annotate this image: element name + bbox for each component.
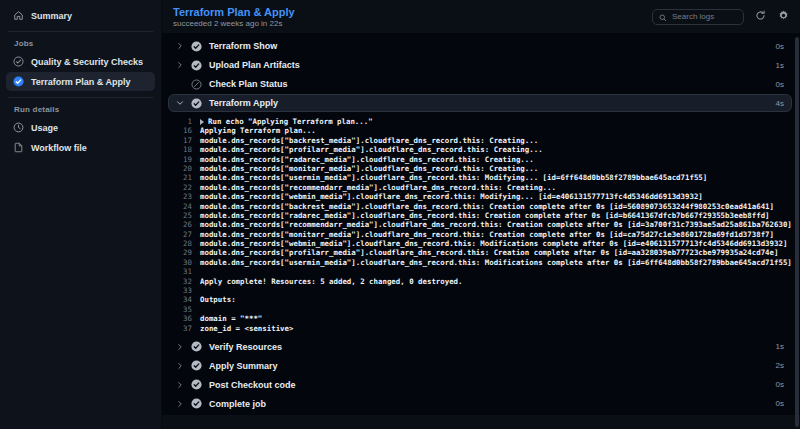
log-line: 23module.dns_records["webmin_media"].clo… [174,192,800,201]
scrollbar[interactable] [795,37,799,427]
step-terraform-show[interactable]: Terraform Show0s [168,37,792,55]
log-line-number[interactable]: 16 [174,126,192,135]
log-line-number[interactable]: 31 [174,267,192,276]
log-line-text: module.dns_records["recommendarr_media"]… [200,183,556,192]
clock-icon [13,122,24,133]
step-upload-plan-artifacts[interactable]: Upload Plan Artifacts1s [168,56,792,74]
log-line: 31 [174,267,800,276]
log-line-number[interactable]: 21 [174,173,192,182]
chevron-right-icon [176,400,184,408]
log-line-text: module.dns_records["backrest_media"].clo… [200,202,774,211]
check-circle-fill-icon [191,341,202,352]
log-line-text: zone_id = <sensitive> [200,324,293,333]
sidebar-item-summary[interactable]: Summary [6,6,155,25]
sidebar-item-label: Workflow file [31,143,87,153]
log-settings-button[interactable] [777,8,790,25]
job-header: Terraform Plan & Apply succeeded 2 weeks… [162,0,800,33]
log-line-number[interactable]: 26 [174,220,192,229]
sidebar-sections: JobsQuality & Security ChecksTerraform P… [0,31,161,157]
file-icon [13,142,24,153]
job-status-subtitle: succeeded 2 weeks ago in 22s [173,19,295,28]
log-line-number[interactable]: 34 [174,295,192,304]
log-line: 32Apply complete! Resources: 5 added, 2 … [174,277,800,286]
log-line-text: module.dns_records["recommendarr_media"]… [200,220,792,229]
log-line-text: module.dns_records["backrest_media"].clo… [200,136,538,145]
sidebar-item-label: Summary [31,11,72,21]
step-post-checkout-code[interactable]: Post Checkout code0s [168,376,792,394]
sidebar-item-workflow-file[interactable]: Workflow file [6,138,155,157]
step-terraform-apply[interactable]: Terraform Apply4s [168,94,792,112]
page-title: Terraform Plan & Apply [173,6,295,18]
chevron-right-icon [176,381,184,389]
log-line-text: module.dns_records["webmin_media"].cloud… [200,239,787,248]
log-line: 27module.dns_records["monitarr_media"].c… [174,230,800,239]
step-duration: 0s [776,80,784,89]
search-box[interactable] [652,9,744,25]
chevron-right-icon [176,42,184,50]
step-complete-job[interactable]: Complete job0s [168,395,792,413]
search-input[interactable] [672,12,742,21]
log-line-text: module.dns_records["usermin_media"].clou… [200,173,707,182]
log-line-number[interactable]: 1 [174,117,192,126]
log-line-text: module.dns_records["usermin_media"].clou… [200,258,792,267]
refresh-logs-button[interactable] [754,8,767,25]
workflow-run-page: Summary JobsQuality & Security ChecksTer… [0,0,800,429]
log-line-number[interactable]: 35 [174,305,192,314]
log-line-text: Outputs: [200,295,236,304]
log-line-number[interactable]: 33 [174,286,192,295]
log-line-number[interactable]: 29 [174,248,192,257]
log-line-number[interactable]: 19 [174,155,192,164]
log-line: 21module.dns_records["usermin_media"].cl… [174,173,800,182]
check-circle-blue-icon [13,76,24,87]
search-icon [659,8,667,26]
log-line-number[interactable]: 30 [174,258,192,267]
log-line: 16Applying Terraform plan... [174,126,800,135]
sidebar-item-label: Terraform Plan & Apply [31,77,131,87]
sidebar-section-label: Jobs [0,37,161,51]
log-line-text: module.dns_records["radarec_media"].clou… [200,211,770,220]
log-line-text: domain = "***" [200,314,262,323]
step-duration: 0s [776,42,784,51]
log-line: 37zone_id = <sensitive> [174,324,800,333]
chevron-right-icon [176,61,184,69]
group-expand-triangle-icon [200,119,204,125]
main-panel: Terraform Plan & Apply succeeded 2 weeks… [162,0,800,429]
log-line-number[interactable]: 24 [174,202,192,211]
step-name: Upload Plan Artifacts [209,60,300,70]
sidebar: Summary JobsQuality & Security ChecksTer… [0,0,162,429]
sidebar-item-label: Usage [31,123,58,133]
log-line-number[interactable]: 36 [174,314,192,323]
log-line-number[interactable]: 28 [174,239,192,248]
log-line-text: module.dns_records["radarec_media"].clou… [200,155,534,164]
log-line-number[interactable]: 20 [174,164,192,173]
step-duration: 2s [776,361,784,370]
step-verify-resources[interactable]: Verify Resources1s [168,338,792,356]
log-line: 33 [174,286,800,295]
header-controls [652,8,790,25]
log-line-number[interactable]: 32 [174,277,192,286]
log-line: 30module.dns_records["usermin_media"].cl… [174,258,800,267]
check-circle-fill-icon [191,98,202,109]
step-apply-summary[interactable]: Apply Summary2s [168,357,792,375]
log-line-number[interactable]: 27 [174,230,192,239]
log-line-number[interactable]: 23 [174,192,192,201]
step-name: Check Plan Status [209,79,288,89]
log-line-number[interactable]: 18 [174,145,192,154]
check-circle-fill-icon [191,398,202,409]
sidebar-item-quality-security-checks[interactable]: Quality & Security Checks [6,52,155,71]
log-line-number[interactable]: 25 [174,211,192,220]
log-line-number[interactable]: 37 [174,324,192,333]
step-check-plan-status[interactable]: Check Plan Status0s [168,75,792,93]
log-line-number[interactable]: 22 [174,183,192,192]
step-list-bottom: Verify Resources1sApply Summary2sPost Ch… [162,338,800,413]
sidebar-item-terraform-plan-apply[interactable]: Terraform Plan & Apply [6,72,155,91]
log-line-text: module.dns_records["webmin_media"].cloud… [200,192,703,201]
log-line-text: module.dns_records["monitarr_media"].clo… [200,230,774,239]
log-viewer: Terraform Show0sUpload Plan Artifacts1sC… [162,33,800,415]
log-line: 24module.dns_records["backrest_media"].c… [174,202,800,211]
job-header-titles: Terraform Plan & Apply succeeded 2 weeks… [173,6,295,28]
sidebar-item-usage[interactable]: Usage [6,118,155,137]
log-line: 35 [174,305,800,314]
log-line-number[interactable]: 17 [174,136,192,145]
check-circle-fill-icon [191,41,202,52]
